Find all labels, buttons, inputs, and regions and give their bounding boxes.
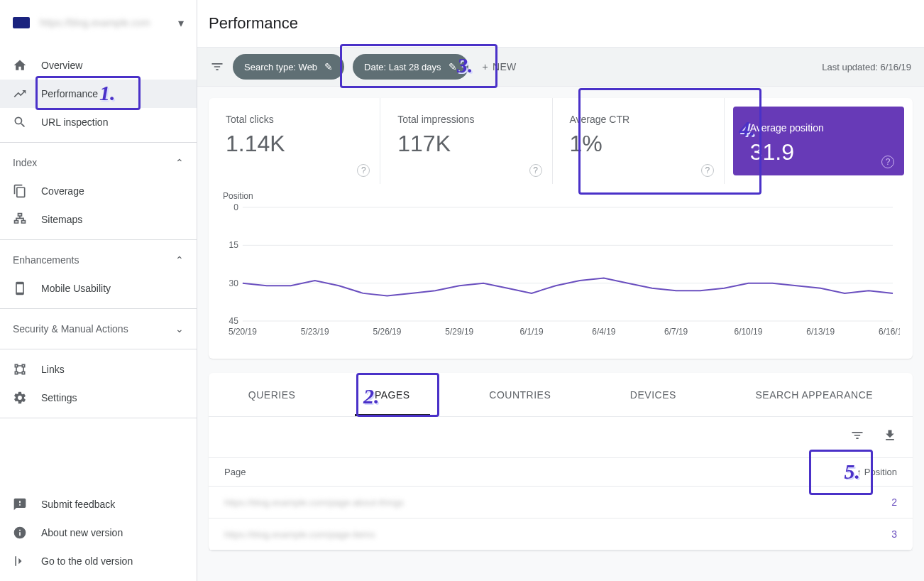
download-icon[interactable] (883, 428, 897, 446)
sidebar-item-label: Mobile Usability (41, 283, 111, 294)
sidebar-heading-security[interactable]: Security & Manual Actions ⌄ (0, 315, 197, 343)
search-icon (13, 115, 27, 129)
help-icon[interactable]: ? (529, 164, 542, 177)
table-row[interactable]: https://blog.example.com/page-items 3 (209, 518, 913, 550)
metric-total-impressions[interactable]: Total impressions 117K ? (380, 98, 552, 184)
date-range-chip[interactable]: Date: Last 28 days ✎ (353, 54, 468, 80)
sidebar-item-label: Submit feedback (41, 499, 115, 510)
svg-text:5/23/19: 5/23/19 (301, 327, 329, 337)
sidebar-item-links[interactable]: Links (0, 355, 197, 384)
plus-icon: + (483, 61, 488, 72)
help-icon[interactable]: ? (357, 164, 370, 177)
sidebar-item-old-version[interactable]: Go to the old version (0, 547, 197, 575)
svg-text:6/7/19: 6/7/19 (664, 327, 688, 337)
main-content: Performance Search type: Web ✎ Date: Las… (197, 0, 924, 581)
feedback-icon (13, 497, 27, 511)
sidebar-item-performance[interactable]: Performance 1. (0, 80, 197, 108)
cell-page: https://blog.example.com/page-items (224, 529, 891, 540)
sidebar-item-coverage[interactable]: Coverage (0, 177, 197, 205)
sidebar-item-url-inspection[interactable]: URL inspection (0, 108, 197, 136)
sidebar-item-label: Overview (41, 60, 82, 71)
column-page-header: Page (224, 467, 857, 477)
exit-icon (13, 554, 27, 568)
sidebar-item-label: Go to the old version (41, 555, 133, 567)
page-title: Performance (197, 0, 924, 47)
sidebar-heading-index[interactable]: Index ⌃ (0, 148, 197, 177)
copy-icon (13, 184, 27, 198)
sidebar-item-label: Links (41, 364, 65, 375)
sidebar-item-label: Settings (41, 392, 77, 403)
tab-pages[interactable]: Pages (355, 373, 430, 416)
sidebar-item-mobile-usability[interactable]: Mobile Usability (0, 274, 197, 303)
sidebar-heading-enhancements[interactable]: Enhancements ⌃ (0, 246, 197, 274)
tabs-row: Queries Pages Countries Devices Search A… (209, 373, 913, 417)
sidebar-item-about-new-version[interactable]: About new version (0, 518, 197, 547)
pencil-icon: ✎ (449, 61, 457, 72)
sidebar-item-label: Sitemaps (41, 214, 82, 225)
svg-text:6/16/19: 6/16/19 (879, 327, 900, 337)
arrow-up-icon: ↑ (857, 467, 862, 477)
share-icon (13, 362, 27, 376)
sidebar-item-label: Coverage (41, 185, 84, 197)
table-row[interactable]: https://blog.example.com/page-about-thin… (209, 487, 913, 518)
svg-text:6/10/19: 6/10/19 (735, 327, 763, 337)
search-type-chip[interactable]: Search type: Web ✎ (233, 54, 344, 80)
cell-position: 2 (891, 496, 897, 508)
tab-countries[interactable]: Countries (469, 373, 571, 416)
table-header: Page ↑ Position 5. (209, 457, 913, 487)
metric-total-clicks[interactable]: Total clicks 1.14K ? (209, 98, 380, 184)
chart-svg: 01530455/20/195/23/195/26/195/29/196/1/1… (221, 204, 900, 339)
tab-queries[interactable]: Queries (229, 373, 316, 416)
site-name: https://blog.example.com (40, 17, 178, 28)
sidebar-item-label: Performance (41, 88, 98, 99)
svg-text:6/1/19: 6/1/19 (519, 327, 544, 337)
filter-icon[interactable] (850, 428, 864, 446)
help-icon[interactable]: ? (881, 156, 894, 168)
tabs-card: Queries Pages Countries Devices Search A… (209, 373, 913, 550)
add-filter-button[interactable]: + New (483, 61, 517, 72)
annotation-number-1: 1. (99, 81, 116, 105)
sidebar: https://blog.example.com ▾ Overview Perf… (0, 0, 197, 581)
metric-average-position[interactable]: Average position 31.9 ? (733, 107, 904, 175)
svg-text:6/13/19: 6/13/19 (806, 327, 835, 337)
site-selector[interactable]: https://blog.example.com ▾ (0, 0, 197, 45)
chevron-down-icon: ▾ (178, 16, 184, 30)
chevron-up-icon: ⌃ (175, 157, 184, 168)
pencil-icon: ✎ (324, 61, 333, 72)
metrics-card: Total clicks 1.14K ? Total impressions 1… (209, 98, 913, 359)
column-position-header[interactable]: ↑ Position (857, 467, 897, 477)
trending-icon (13, 87, 27, 101)
metric-average-ctr[interactable]: Average CTR 1% ? (553, 98, 725, 184)
chart-y-label: Position (221, 191, 900, 201)
cell-page: https://blog.example.com/page-about-thin… (224, 497, 891, 508)
info-icon (13, 526, 27, 540)
smartphone-icon (13, 281, 27, 295)
filter-icon[interactable] (210, 60, 224, 74)
sitemap-icon (13, 212, 27, 227)
cell-position: 3 (891, 528, 897, 540)
svg-text:5/26/19: 5/26/19 (373, 327, 402, 337)
svg-text:6/4/19: 6/4/19 (592, 327, 616, 337)
svg-text:45: 45 (229, 316, 239, 326)
svg-text:5/20/19: 5/20/19 (229, 327, 257, 337)
site-logo (13, 17, 30, 28)
gear-icon (13, 391, 27, 405)
help-icon[interactable]: ? (701, 164, 714, 177)
sidebar-item-submit-feedback[interactable]: Submit feedback (0, 490, 197, 518)
position-chart: Position 01530455/20/195/23/195/26/195/2… (209, 184, 913, 359)
filter-bar: Search type: Web ✎ Date: Last 28 days ✎ … (197, 47, 924, 87)
svg-text:5/29/19: 5/29/19 (445, 327, 473, 337)
sidebar-item-label: About new version (41, 527, 123, 538)
svg-text:0: 0 (233, 204, 238, 212)
sidebar-item-label: URL inspection (41, 116, 108, 128)
svg-text:15: 15 (229, 240, 239, 250)
tab-devices[interactable]: Devices (610, 373, 696, 416)
sidebar-item-settings[interactable]: Settings (0, 384, 197, 412)
sidebar-item-sitemaps[interactable]: Sitemaps (0, 205, 197, 234)
chevron-up-icon: ⌃ (175, 254, 184, 266)
last-updated-text: Last updated: 6/16/19 (822, 62, 911, 72)
home-icon (13, 58, 27, 72)
tab-search-appearance[interactable]: Search Appearance (735, 373, 893, 416)
sidebar-item-overview[interactable]: Overview (0, 51, 197, 80)
chevron-down-icon: ⌄ (175, 323, 184, 335)
